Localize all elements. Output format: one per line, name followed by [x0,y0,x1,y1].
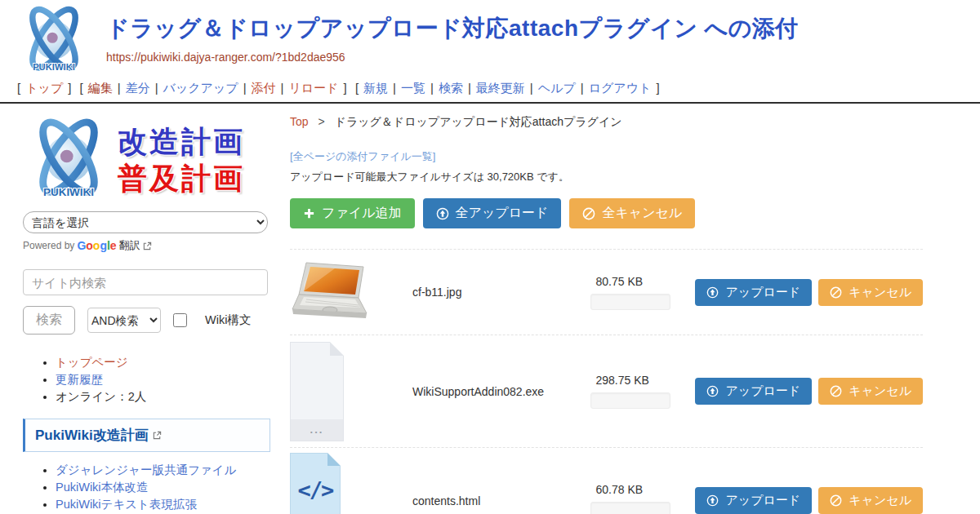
file-row: </> contents.html 60.78 KB アップロード [290,447,923,514]
pipe-divider: | [243,81,247,95]
folded-corner [330,342,344,356]
pipe-divider: | [118,81,121,95]
code-tag-glyph: </> [298,477,333,503]
bracket: [ [80,81,83,95]
laptop-photo-thumbnail [290,259,373,325]
powered-by-label: Powered by [23,240,74,251]
all-pages-attachment-list-link[interactable]: [全ページの添付ファイル一覧] [290,149,923,164]
bracket: [ [17,81,20,95]
cancel-button[interactable]: キャンセル [818,378,923,405]
ban-circle-icon [830,385,842,397]
upload-circle-icon [706,494,719,507]
pipe-divider: | [581,81,584,95]
bracket: ] [344,81,347,95]
sidebar-link-history[interactable]: 更新履歴 [56,373,103,386]
pipe-divider: | [281,81,284,95]
list-item: ダジャレンジャー版共通ファイル [56,462,270,479]
sidebar-panel-pukiwiki-kaizou: PukiWiki改造計画 [23,419,270,452]
sidebar: PUKIWIKI 改造計画 普及計画 言語を選択 Powered by Goog… [0,104,282,514]
language-select[interactable]: 言語を選択 [23,211,268,233]
ban-circle-icon [582,207,595,220]
cancel-button[interactable]: キャンセル [818,279,923,306]
wiki-syntax-label: Wiki構文 [205,312,251,328]
ban-circle-icon [830,286,842,299]
add-file-button[interactable]: ファイル追加 [290,198,415,228]
max-upload-size-note: アップロード可能最大ファイルサイズは 30,720KB です。 [290,170,923,184]
file-row: cf-b11.jpg 80.75 KB アップロード [290,249,923,335]
file-size: 60.78 KB [590,483,682,496]
upload-progress-bar [590,392,670,409]
nav-link-reload[interactable]: リロード [288,81,338,95]
list-item: オンライン：2人 [56,388,270,405]
file-name: contents.html [412,494,590,507]
external-link-icon [143,241,152,250]
sidebar-link-core-mods[interactable]: PukiWiki本体改造 [56,481,149,494]
bracket: ] [68,81,71,95]
pukiwiki-logo-icon[interactable]: PUKIWIKI [15,5,93,77]
caption-fukyuu-keikaku: 普及計画 [118,160,245,197]
pipe-divider: | [468,81,471,95]
main-content: Top > ドラッグ＆ドロップアップロード対応attachプラグイン [全ページ… [282,104,980,514]
cancel-button[interactable]: キャンセル [818,487,923,514]
cancel-all-button[interactable]: 全キャンセル [569,198,695,228]
breadcrumb-separator: > [318,115,324,128]
search-button[interactable]: 検索 [23,306,75,335]
google-logo: Google [77,239,116,252]
file-icon-band: ... [291,419,343,441]
wiki-syntax-checkbox[interactable] [173,313,187,327]
pipe-divider: | [393,81,396,95]
nav-link-diff[interactable]: 差分 [126,81,150,95]
upload-progress-bar [590,294,670,310]
breadcrumb-top-link[interactable]: Top [290,115,309,128]
breadcrumb-current: ドラッグ＆ドロップアップロード対応attachプラグイン [335,115,622,128]
html-file-icon: </> [290,453,341,514]
list-item: PukiWiki本体改造 [56,479,270,496]
sidebar-link-text-ext[interactable]: PukiWikiテキスト表現拡張 [56,498,197,511]
translate-label: 翻訳 [119,238,140,253]
page-header: PUKIWIKI ドラッグ＆ドロップアップロード対応attachプラグイン への… [0,0,980,104]
nav-link-attach[interactable]: 添付 [252,81,276,95]
nav-link-logout[interactable]: ログアウト [589,81,652,95]
external-link-icon [153,431,162,440]
file-row: ... WikiSupportAddin082.exe 298.75 KB アッ… [290,335,923,447]
page-title: ドラッグ＆ドロップアップロード対応attachプラグイン への添付 [106,13,799,44]
nav-link-list[interactable]: 一覧 [401,81,425,95]
nav-link-backup[interactable]: バックアップ [163,81,238,95]
sidebar-quick-links: トップページ 更新履歴 オンライン：2人 [23,354,270,405]
pipe-divider: | [430,81,434,95]
google-translate-attribution[interactable]: Powered by Google 翻訳 [23,238,270,253]
upload-all-button[interactable]: 全アップロード [423,198,562,228]
pipe-divider: | [155,81,158,95]
pukiwiki-atom-icon: PUKIWIKI [23,117,114,203]
nav-link-top[interactable]: トップ [25,81,63,95]
bracket: ] [656,81,659,95]
upload-circle-icon [706,385,719,397]
pipe-divider: | [530,81,533,95]
sidebar-plugin-links: ダジャレンジャー版共通ファイル PukiWiki本体改造 PukiWikiテキス… [23,462,270,514]
generic-file-icon: ... [290,342,344,441]
list-item: 更新履歴 [56,371,270,388]
upload-button[interactable]: アップロード [695,378,812,405]
search-mode-select[interactable]: AND検索 [87,308,161,333]
panel-title-link[interactable]: PukiWiki改造計画 [35,426,149,445]
upload-button[interactable]: アップロード [695,279,812,306]
page-url[interactable]: https://pukiwiki.dajya-ranger.com/?1bd2d… [106,51,799,64]
nav-link-search[interactable]: 検索 [439,81,463,95]
sidebar-link-common-files[interactable]: ダジャレンジャー版共通ファイル [56,463,236,476]
nav-link-recent[interactable]: 最終更新 [476,81,525,95]
nav-link-new[interactable]: 新規 [363,81,388,95]
site-search-input[interactable] [23,269,268,295]
caption-kaizou-keikaku: 改造計画 [118,123,245,160]
file-size: 298.75 KB [590,374,682,387]
online-count-label: オンライン：2人 [56,390,146,403]
svg-text:PUKIWIKI: PUKIWIKI [33,63,75,73]
plus-icon [303,207,315,219]
nav-link-edit[interactable]: 編集 [88,81,113,95]
nav-link-help[interactable]: ヘルプ [538,81,576,95]
list-item: トップページ [56,354,270,371]
sidebar-logo[interactable]: PUKIWIKI 改造計画 普及計画 [23,117,270,203]
svg-text:PUKIWIKI: PUKIWIKI [43,186,94,198]
upload-button[interactable]: アップロード [695,487,812,514]
upload-toolbar: ファイル追加 全アップロード 全キャンセル [290,198,923,228]
sidebar-link-toppage[interactable]: トップページ [56,356,128,369]
